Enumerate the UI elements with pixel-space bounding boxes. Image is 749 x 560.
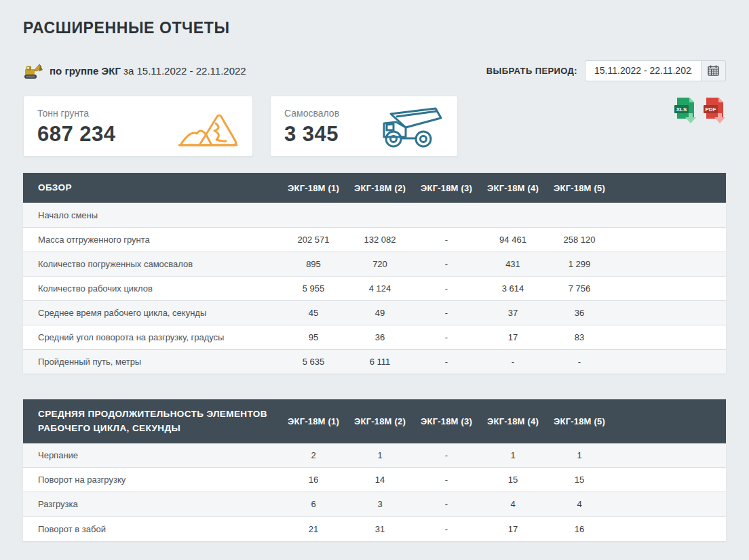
cell-value: 14 — [347, 468, 413, 492]
cell-value: 16 — [546, 517, 613, 541]
cell-value: 4 — [546, 492, 613, 517]
cell-value: 4 124 — [347, 276, 413, 300]
cell-value: - — [413, 276, 480, 300]
cell-value: 3 — [347, 492, 413, 517]
cell-value: 1 299 — [546, 252, 613, 276]
cell-value — [480, 203, 546, 227]
tons-value: 687 234 — [37, 122, 116, 146]
cell-value: - — [413, 492, 480, 517]
cell-value: - — [413, 300, 480, 325]
cell-value: - — [413, 517, 480, 541]
overview-table-header: ОБЗОР ЭКГ-18М (1)ЭКГ-18М (2)ЭКГ-18М (3)Э… — [23, 173, 726, 203]
table-title: ОБЗОР — [23, 173, 280, 203]
cell-value: - — [413, 349, 480, 374]
row-label: Среднее время рабочего цикла, секунды — [23, 300, 280, 325]
row-label: Разгрузка — [23, 492, 280, 517]
cell-value: 83 — [546, 325, 613, 349]
cell-value: 16 — [280, 468, 347, 492]
cell-value: 3 614 — [480, 276, 546, 300]
cell-value: 6 111 — [347, 349, 413, 374]
table-row: Поворот на разгрузку1614-1515 — [23, 468, 726, 492]
tons-card: Тонн грунта 687 234 — [23, 96, 253, 157]
cycle-duration-table: СРЕДНЯЯ ПРОДОЛЖИТЕЛЬНОСТЬ ЭЛЕМЕНТОВ РАБО… — [23, 399, 726, 541]
row-filler — [613, 468, 726, 492]
cell-value — [347, 203, 413, 227]
cell-value: 49 — [347, 300, 413, 325]
column-header: ЭКГ-18М (4) — [480, 399, 546, 443]
trucks-value: 3 345 — [284, 122, 339, 146]
header-filler — [613, 399, 726, 443]
column-header: ЭКГ-18М (1) — [280, 399, 347, 443]
cell-value: 36 — [347, 325, 413, 349]
table-row: Среднее время рабочего цикла, секунды454… — [23, 300, 726, 325]
row-filler — [613, 227, 726, 252]
column-header: ЭКГ-18М (3) — [413, 173, 480, 203]
row-label: Начало смены — [23, 203, 280, 227]
row-label: Черпание — [23, 443, 280, 468]
cell-value: 258 120 — [546, 227, 613, 252]
cell-value: 895 — [280, 252, 347, 276]
report-page: РАСШИРЕННЫЕ ОТЧЕТЫ по группе ЭКГ за 15.1… — [0, 19, 749, 541]
cell-value: 21 — [280, 517, 347, 541]
cell-value: 4 — [480, 492, 546, 517]
table-row: Разгрузка63-44 — [23, 492, 726, 517]
cell-value: 1 — [546, 443, 613, 468]
export-pdf-button[interactable]: PDF — [703, 97, 726, 124]
cell-value: 1 — [480, 443, 546, 468]
cell-value: 31 — [347, 517, 413, 541]
subtitle-period: за 15.11.2022 - 22.11.2022 — [123, 65, 246, 77]
cycle-duration-table-header: СРЕДНЯЯ ПРОДОЛЖИТЕЛЬНОСТЬ ЭЛЕМЕНТОВ РАБО… — [23, 399, 726, 443]
calendar-button[interactable] — [702, 60, 726, 81]
tons-label: Тонн грунта — [37, 108, 116, 119]
cell-value: 5 635 — [280, 349, 347, 374]
row-label: Количество рабочих циклов — [23, 276, 280, 300]
row-filler — [613, 203, 726, 227]
row-filler — [613, 349, 726, 374]
table-row: Средний угол поворота на разгрузку, град… — [23, 325, 726, 349]
table-row: Поворот в забой2131-1716 — [23, 517, 726, 541]
dump-truck-icon — [377, 104, 444, 149]
cell-value: 36 — [546, 300, 613, 325]
export-xls-button[interactable]: XLS — [674, 97, 697, 124]
row-label: Средний угол поворота на разгрузку, град… — [23, 325, 280, 349]
subtitle-group: по группе ЭКГ — [50, 65, 121, 77]
row-filler — [613, 325, 726, 349]
cell-value: - — [413, 468, 480, 492]
table-title: СРЕДНЯЯ ПРОДОЛЖИТЕЛЬНОСТЬ ЭЛЕМЕНТОВ РАБО… — [23, 399, 280, 443]
trucks-label: Самосвалов — [284, 108, 339, 119]
cell-value: - — [413, 443, 480, 468]
pdf-label: PDF — [706, 106, 716, 113]
row-label: Поворот на разгрузку — [23, 468, 280, 492]
column-header: ЭКГ-18М (2) — [347, 173, 413, 203]
period-control: ВЫБРАТЬ ПЕРИОД: — [486, 60, 726, 81]
period-input[interactable] — [585, 60, 702, 81]
cell-value: 5 955 — [280, 276, 347, 300]
cell-value: 17 — [480, 517, 546, 541]
cell-value: - — [413, 325, 480, 349]
trucks-card: Самосвалов 3 345 — [270, 96, 458, 157]
column-header: ЭКГ-18М (2) — [347, 399, 413, 443]
cell-value: 6 — [280, 492, 347, 517]
cell-value: 37 — [480, 300, 546, 325]
cell-value: 95 — [280, 325, 347, 349]
column-header: ЭКГ-18М (1) — [280, 173, 347, 203]
export-buttons: XLS PDF — [674, 96, 726, 124]
table-row: Масса отгруженного грунта202 571132 082-… — [23, 227, 726, 252]
cell-value: 7 756 — [546, 276, 613, 300]
subtitle-text: по группе ЭКГ за 15.11.2022 - 22.11.2022 — [50, 65, 246, 77]
tons-card-text: Тонн грунта 687 234 — [37, 104, 116, 149]
column-header: ЭКГ-18М (4) — [480, 173, 546, 203]
cell-value: 17 — [480, 325, 546, 349]
row-filler — [613, 252, 726, 276]
cell-value: 202 571 — [280, 227, 347, 252]
page-title: РАСШИРЕННЫЕ ОТЧЕТЫ — [23, 19, 726, 37]
mountain-icon — [176, 106, 239, 148]
cell-value: 431 — [480, 252, 546, 276]
cell-value: - — [546, 349, 613, 374]
cell-value: 15 — [480, 468, 546, 492]
row-filler — [613, 276, 726, 300]
cell-value: 15 — [546, 468, 613, 492]
xls-label: XLS — [676, 106, 687, 113]
cell-value: 1 — [347, 443, 413, 468]
cell-value: - — [413, 252, 480, 276]
